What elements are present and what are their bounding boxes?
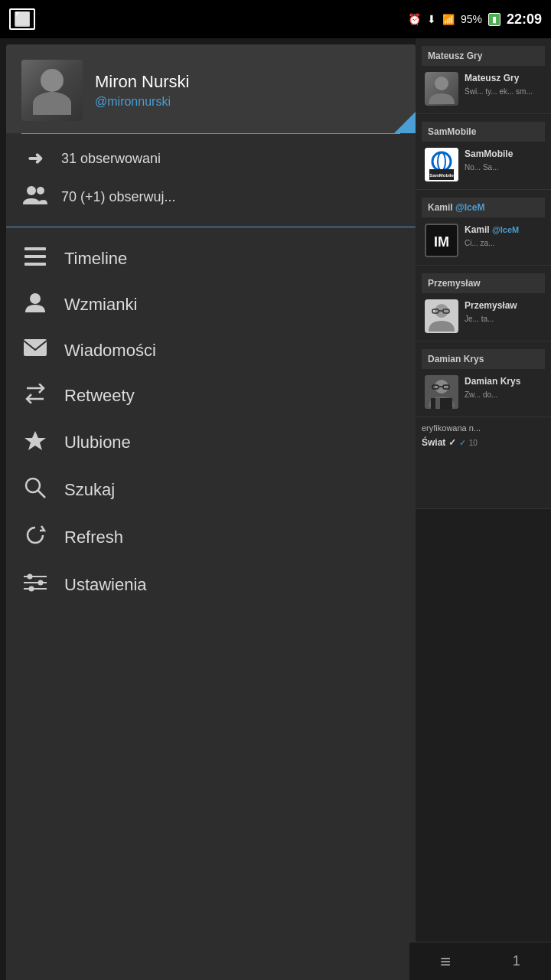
tweet-handle-inline-2: @IceM (492, 225, 519, 234)
following-stat[interactable]: ➜ 31 obserwowani (21, 140, 400, 177)
tweet-name-3: Przemysław (465, 299, 542, 312)
tweet-username-4: Damian Krys (428, 354, 484, 364)
ulubione-label: Ulubione (64, 433, 131, 452)
tweet-content-4: Damian Krys Zw... do... (465, 375, 542, 409)
tweet-name-1: SamMobile (465, 148, 542, 161)
svg-rect-35 (435, 398, 440, 409)
truncated-text: eryfikowana n... (422, 423, 545, 433)
followers-stat[interactable]: 70 (+1) obserwuj... (21, 177, 400, 217)
tweet-body-1: SamMobile SamMobile No... Sa... (422, 142, 545, 181)
svg-point-15 (29, 586, 34, 592)
retweety-icon (21, 384, 49, 408)
followers-count: 70 (+1) obserwuj... (61, 189, 176, 205)
menu-section: Timeline Wzmianki Wiad (6, 230, 416, 980)
menu-item-refresh[interactable]: Refresh (21, 514, 400, 561)
profile-info: Miron Nurski @mironnurski (21, 60, 400, 133)
tweet-card-0[interactable]: Mateusz Gry Mateusz Gry Świ... ty... ek.… (416, 38, 551, 114)
tweet-username-3: Przemysław (428, 278, 481, 289)
ustawienia-icon (21, 572, 49, 598)
svg-marker-7 (24, 431, 46, 450)
svg-rect-34 (431, 398, 452, 409)
menu-item-szukaj[interactable]: Szukaj (21, 466, 400, 514)
ulubione-icon (21, 430, 49, 456)
menu-item-wiadomosci[interactable]: Wiadomości (21, 328, 400, 373)
wiadomosci-label: Wiadomości (64, 341, 156, 361)
tweet-header-4: Damian Krys (422, 349, 545, 369)
bottom-bar: ≡ 1 (409, 942, 551, 980)
profile-text: Miron Nurski @mironnurski (95, 72, 400, 109)
profile-name: Miron Nurski (95, 72, 400, 92)
tweet-username-1: SamMobile (428, 126, 476, 137)
szukaj-icon (21, 477, 49, 503)
tweet-card-4[interactable]: Damian Krys (416, 341, 551, 417)
tweet-card-1[interactable]: SamMobile SamMobile SamMobile No... Sa..… (416, 114, 551, 190)
avatar (21, 60, 83, 121)
main-layout: Miron Nurski @mironnurski ➜ 31 obserwowa… (0, 38, 551, 980)
truncated-content: eryfikowana n... Świat ✓ ✓ 10 (416, 417, 551, 454)
menu-item-ustawienia[interactable]: Ustawienia (21, 561, 400, 609)
alarm-icon: ⏰ (408, 13, 421, 25)
tweet-name-4: Damian Krys (465, 375, 542, 388)
truncated-tweet[interactable]: eryfikowana n... Świat ✓ ✓ 10 (416, 417, 551, 509)
svg-rect-2 (24, 247, 46, 250)
tweet-body-4: Damian Krys Zw... do... (422, 369, 545, 409)
avatar-image (21, 60, 83, 121)
profile-header: Miron Nurski @mironnurski (6, 44, 416, 133)
status-bar-right: ⏰ ⬇ 📶 95% ▮ 22:09 (408, 11, 542, 28)
svg-text:SamMobile: SamMobile (429, 173, 454, 178)
tweet-header-3: Przemysław (422, 273, 545, 293)
szukaj-label: Szukaj (64, 480, 115, 500)
truncated-badge: Świat ✓ (422, 437, 456, 448)
svg-point-16 (435, 77, 448, 90)
bottom-count[interactable]: 1 (513, 953, 520, 969)
tweet-card-2[interactable]: Kamil @IceM IM Kamil @IceM Ci... za... (416, 190, 551, 266)
profile-handle: @mironnurski (95, 95, 400, 109)
menu-item-timeline[interactable]: Timeline (21, 237, 400, 281)
svg-point-11 (28, 574, 33, 580)
verified-icon: ✓ (459, 438, 466, 448)
svg-point-0 (27, 186, 36, 195)
tweet-content-2: Kamil @IceM Ci... za... (465, 224, 542, 257)
timeline-label: Timeline (64, 249, 127, 269)
menu-item-wzmianki[interactable]: Wzmianki (21, 281, 400, 328)
signal-icon: 📶 (442, 14, 455, 25)
clock: 22:09 (507, 11, 542, 28)
svg-rect-4 (24, 263, 46, 266)
battery-percent: 95% (461, 13, 482, 25)
svg-point-13 (38, 580, 44, 586)
refresh-label: Refresh (64, 528, 123, 547)
wzmianki-label: Wzmianki (64, 295, 137, 315)
tweet-name-0: Mateusz Gry (465, 72, 542, 85)
tweet-card-3[interactable]: Przemysław Przemysław Je.. (416, 266, 551, 341)
profile-corner-decoration (394, 112, 416, 133)
drawer-panel: Miron Nurski @mironnurski ➜ 31 obserwowa… (6, 44, 416, 980)
menu-item-ulubione[interactable]: Ulubione (21, 419, 400, 466)
svg-rect-3 (24, 255, 46, 258)
following-count: 31 obserwowani (61, 151, 161, 167)
followers-icon (21, 185, 49, 210)
tweet-body-3: Przemysław Je... ta... (422, 293, 545, 333)
download-icon: ⬇ (427, 13, 436, 25)
tweet-header-0: Mateusz Gry (422, 46, 545, 66)
gallery-icon: ⬜ (9, 8, 35, 30)
tweet-header-1: SamMobile (422, 122, 545, 142)
stats-divider (6, 227, 416, 227)
wzmianki-icon (21, 292, 49, 318)
svg-rect-6 (24, 339, 47, 356)
status-bar: ⬜ ⏰ ⬇ 📶 95% ▮ 22:09 (0, 0, 551, 38)
refresh-icon (21, 524, 49, 550)
ustawienia-label: Ustawienia (64, 575, 147, 595)
tweet-content-1: SamMobile No... Sa... (465, 148, 542, 181)
timeline-icon (21, 247, 49, 270)
tweet-avatar-4 (425, 375, 458, 409)
bottom-menu-icon[interactable]: ≡ (440, 951, 451, 972)
tweet-content-3: Przemysław Je... ta... (465, 299, 542, 333)
svg-point-1 (37, 187, 44, 194)
tweet-username-2: Kamil @IceM (428, 202, 484, 213)
menu-item-retweety[interactable]: Retweety (21, 373, 400, 419)
svg-line-9 (37, 490, 45, 498)
tweet-avatar-1: SamMobile (425, 148, 458, 181)
svg-point-5 (30, 293, 41, 304)
wiadomosci-icon (21, 339, 49, 362)
svg-text:IM: IM (434, 234, 449, 250)
